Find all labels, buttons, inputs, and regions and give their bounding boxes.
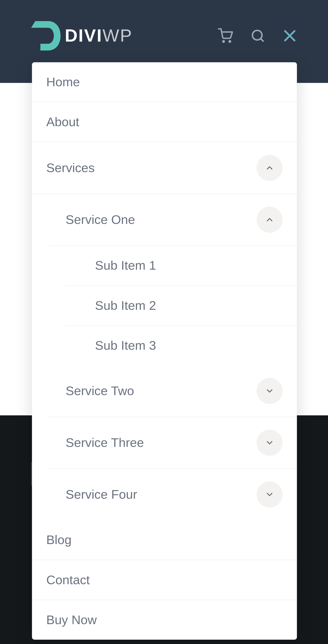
service-one-collapse-toggle[interactable] (257, 206, 283, 233)
cart-icon[interactable] (218, 28, 233, 44)
mobile-nav-menu: Home About Services Service One (32, 62, 297, 640)
nav-item-about[interactable]: About (32, 102, 297, 142)
nav-item-sub-1[interactable]: Sub Item 1 (66, 246, 297, 286)
service-two-expand-toggle[interactable] (257, 378, 283, 404)
chevron-up-icon (265, 163, 274, 173)
logo-text: DIVIWP (65, 26, 132, 46)
nav-item-service-three[interactable]: Service Three (49, 417, 297, 469)
svg-point-0 (223, 41, 224, 42)
svg-line-3 (261, 38, 263, 41)
nav-item-buy-now[interactable]: Buy Now (32, 600, 297, 640)
service-one-submenu: Sub Item 1 Sub Item 2 Sub Item 3 (49, 246, 297, 365)
chevron-down-icon (265, 490, 274, 499)
service-four-expand-toggle[interactable] (257, 481, 283, 508)
svg-point-1 (229, 41, 231, 42)
service-three-expand-toggle[interactable] (257, 430, 283, 456)
nav-item-sub-3[interactable]: Sub Item 3 (66, 326, 297, 365)
search-icon[interactable] (251, 29, 265, 43)
nav-item-sub-2[interactable]: Sub Item 2 (66, 286, 297, 326)
logo-mark-icon (31, 21, 62, 50)
nav-item-contact[interactable]: Contact (32, 560, 297, 600)
nav-item-service-two[interactable]: Service Two (49, 365, 297, 417)
nav-item-service-one[interactable]: Service One (49, 194, 297, 246)
services-collapse-toggle[interactable] (257, 155, 283, 181)
close-menu-icon[interactable] (283, 29, 297, 43)
chevron-down-icon (265, 386, 274, 396)
nav-item-blog[interactable]: Blog (32, 520, 297, 560)
nav-item-services[interactable]: Services (32, 142, 297, 194)
services-submenu: Service One Sub Item 1 Sub Item 2 Sub It… (32, 194, 297, 520)
site-logo[interactable]: DIVIWP (31, 21, 133, 50)
chevron-down-icon (265, 438, 274, 448)
nav-item-service-four[interactable]: Service Four (49, 469, 297, 520)
nav-item-home[interactable]: Home (32, 62, 297, 102)
chevron-up-icon (265, 215, 274, 224)
